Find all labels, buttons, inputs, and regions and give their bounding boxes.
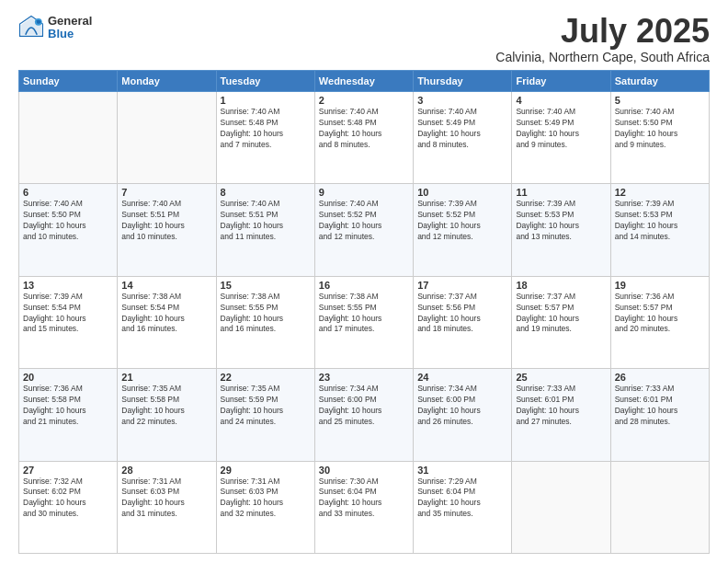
day-info: Sunrise: 7:39 AM Sunset: 5:53 PM Dayligh…	[615, 199, 705, 243]
day-number: 30	[319, 465, 409, 476]
day-cell: 29Sunrise: 7:31 AM Sunset: 6:03 PM Dayli…	[216, 461, 314, 553]
day-number: 19	[615, 280, 705, 291]
day-info: Sunrise: 7:34 AM Sunset: 6:00 PM Dayligh…	[319, 384, 409, 428]
day-number: 21	[121, 372, 211, 383]
day-cell	[610, 461, 709, 553]
logo-icon	[18, 15, 44, 40]
day-info: Sunrise: 7:40 AM Sunset: 5:49 PM Dayligh…	[516, 107, 606, 151]
title-block: July 2025 Calvinia, Northern Cape, South…	[495, 15, 710, 64]
day-number: 17	[417, 280, 507, 291]
day-info: Sunrise: 7:37 AM Sunset: 5:56 PM Dayligh…	[417, 292, 507, 336]
day-cell: 17Sunrise: 7:37 AM Sunset: 5:56 PM Dayli…	[414, 276, 512, 368]
day-info: Sunrise: 7:30 AM Sunset: 6:04 PM Dayligh…	[319, 477, 409, 521]
day-number: 24	[417, 372, 507, 383]
day-cell: 4Sunrise: 7:40 AM Sunset: 5:49 PM Daylig…	[512, 92, 610, 184]
week-row-4: 27Sunrise: 7:32 AM Sunset: 6:02 PM Dayli…	[19, 461, 710, 553]
day-cell: 11Sunrise: 7:39 AM Sunset: 5:53 PM Dayli…	[512, 184, 610, 276]
day-info: Sunrise: 7:35 AM Sunset: 5:58 PM Dayligh…	[121, 384, 211, 428]
day-cell: 8Sunrise: 7:40 AM Sunset: 5:51 PM Daylig…	[216, 184, 314, 276]
day-info: Sunrise: 7:40 AM Sunset: 5:48 PM Dayligh…	[319, 107, 409, 151]
day-number: 15	[221, 280, 311, 291]
day-cell	[512, 461, 610, 553]
day-cell	[19, 92, 118, 184]
col-header-monday: Monday	[118, 71, 216, 92]
day-info: Sunrise: 7:38 AM Sunset: 5:54 PM Dayligh…	[121, 292, 211, 336]
day-number: 11	[516, 187, 606, 198]
page: General Blue July 2025 Calvinia, Norther…	[0, 0, 728, 563]
day-info: Sunrise: 7:37 AM Sunset: 5:57 PM Dayligh…	[516, 292, 606, 336]
day-number: 25	[516, 372, 606, 383]
day-info: Sunrise: 7:40 AM Sunset: 5:52 PM Dayligh…	[319, 199, 409, 243]
day-number: 2	[319, 95, 409, 106]
day-cell: 14Sunrise: 7:38 AM Sunset: 5:54 PM Dayli…	[118, 276, 216, 368]
calendar-table: SundayMondayTuesdayWednesdayThursdayFrid…	[18, 70, 710, 554]
day-number: 26	[615, 372, 705, 383]
day-number: 8	[221, 187, 311, 198]
col-header-thursday: Thursday	[414, 71, 512, 92]
day-cell: 6Sunrise: 7:40 AM Sunset: 5:50 PM Daylig…	[19, 184, 118, 276]
day-cell: 31Sunrise: 7:29 AM Sunset: 6:04 PM Dayli…	[414, 461, 512, 553]
day-info: Sunrise: 7:33 AM Sunset: 6:01 PM Dayligh…	[615, 384, 705, 428]
day-info: Sunrise: 7:36 AM Sunset: 5:58 PM Dayligh…	[23, 384, 113, 428]
day-info: Sunrise: 7:40 AM Sunset: 5:50 PM Dayligh…	[615, 107, 705, 151]
day-number: 29	[221, 465, 311, 476]
day-cell	[118, 92, 216, 184]
week-row-3: 20Sunrise: 7:36 AM Sunset: 5:58 PM Dayli…	[19, 369, 710, 461]
logo: General Blue	[18, 15, 92, 41]
title-month: July 2025	[495, 15, 710, 48]
day-info: Sunrise: 7:40 AM Sunset: 5:50 PM Dayligh…	[23, 199, 113, 243]
day-number: 4	[516, 95, 606, 106]
day-number: 13	[23, 280, 113, 291]
day-cell: 15Sunrise: 7:38 AM Sunset: 5:55 PM Dayli…	[216, 276, 314, 368]
day-number: 9	[319, 187, 409, 198]
day-info: Sunrise: 7:36 AM Sunset: 5:57 PM Dayligh…	[615, 292, 705, 336]
day-cell: 1Sunrise: 7:40 AM Sunset: 5:48 PM Daylig…	[216, 92, 314, 184]
col-header-wednesday: Wednesday	[314, 71, 413, 92]
day-number: 6	[23, 187, 113, 198]
col-header-sunday: Sunday	[19, 71, 118, 92]
day-cell: 9Sunrise: 7:40 AM Sunset: 5:52 PM Daylig…	[314, 184, 413, 276]
day-cell: 5Sunrise: 7:40 AM Sunset: 5:50 PM Daylig…	[610, 92, 709, 184]
day-cell: 30Sunrise: 7:30 AM Sunset: 6:04 PM Dayli…	[314, 461, 413, 553]
day-cell: 22Sunrise: 7:35 AM Sunset: 5:59 PM Dayli…	[216, 369, 314, 461]
day-cell: 13Sunrise: 7:39 AM Sunset: 5:54 PM Dayli…	[19, 276, 118, 368]
day-number: 14	[121, 280, 211, 291]
day-info: Sunrise: 7:35 AM Sunset: 5:59 PM Dayligh…	[221, 384, 311, 428]
day-cell: 3Sunrise: 7:40 AM Sunset: 5:49 PM Daylig…	[414, 92, 512, 184]
day-cell: 16Sunrise: 7:38 AM Sunset: 5:55 PM Dayli…	[314, 276, 413, 368]
logo-general-text: General	[48, 15, 92, 28]
day-cell: 28Sunrise: 7:31 AM Sunset: 6:03 PM Dayli…	[118, 461, 216, 553]
day-cell: 23Sunrise: 7:34 AM Sunset: 6:00 PM Dayli…	[314, 369, 413, 461]
day-cell: 18Sunrise: 7:37 AM Sunset: 5:57 PM Dayli…	[512, 276, 610, 368]
day-info: Sunrise: 7:40 AM Sunset: 5:49 PM Dayligh…	[417, 107, 507, 151]
day-info: Sunrise: 7:39 AM Sunset: 5:52 PM Dayligh…	[417, 199, 507, 243]
day-info: Sunrise: 7:29 AM Sunset: 6:04 PM Dayligh…	[417, 477, 507, 521]
day-info: Sunrise: 7:34 AM Sunset: 6:00 PM Dayligh…	[417, 384, 507, 428]
day-cell: 27Sunrise: 7:32 AM Sunset: 6:02 PM Dayli…	[19, 461, 118, 553]
day-number: 23	[319, 372, 409, 383]
week-row-1: 6Sunrise: 7:40 AM Sunset: 5:50 PM Daylig…	[19, 184, 710, 276]
day-number: 16	[319, 280, 409, 291]
day-number: 10	[417, 187, 507, 198]
day-number: 28	[121, 465, 211, 476]
day-info: Sunrise: 7:40 AM Sunset: 5:51 PM Dayligh…	[121, 199, 211, 243]
week-row-2: 13Sunrise: 7:39 AM Sunset: 5:54 PM Dayli…	[19, 276, 710, 368]
day-number: 3	[417, 95, 507, 106]
col-header-tuesday: Tuesday	[216, 71, 314, 92]
day-number: 22	[221, 372, 311, 383]
day-number: 20	[23, 372, 113, 383]
day-number: 18	[516, 280, 606, 291]
day-cell: 20Sunrise: 7:36 AM Sunset: 5:58 PM Dayli…	[19, 369, 118, 461]
col-header-friday: Friday	[512, 71, 610, 92]
day-cell: 7Sunrise: 7:40 AM Sunset: 5:51 PM Daylig…	[118, 184, 216, 276]
day-number: 12	[615, 187, 705, 198]
day-info: Sunrise: 7:39 AM Sunset: 5:53 PM Dayligh…	[516, 199, 606, 243]
logo-text: General Blue	[48, 15, 92, 41]
day-cell: 10Sunrise: 7:39 AM Sunset: 5:52 PM Dayli…	[414, 184, 512, 276]
day-cell: 25Sunrise: 7:33 AM Sunset: 6:01 PM Dayli…	[512, 369, 610, 461]
calendar-header-row: SundayMondayTuesdayWednesdayThursdayFrid…	[19, 71, 710, 92]
day-number: 27	[23, 465, 113, 476]
day-cell: 21Sunrise: 7:35 AM Sunset: 5:58 PM Dayli…	[118, 369, 216, 461]
day-number: 5	[615, 95, 705, 106]
day-cell: 24Sunrise: 7:34 AM Sunset: 6:00 PM Dayli…	[414, 369, 512, 461]
